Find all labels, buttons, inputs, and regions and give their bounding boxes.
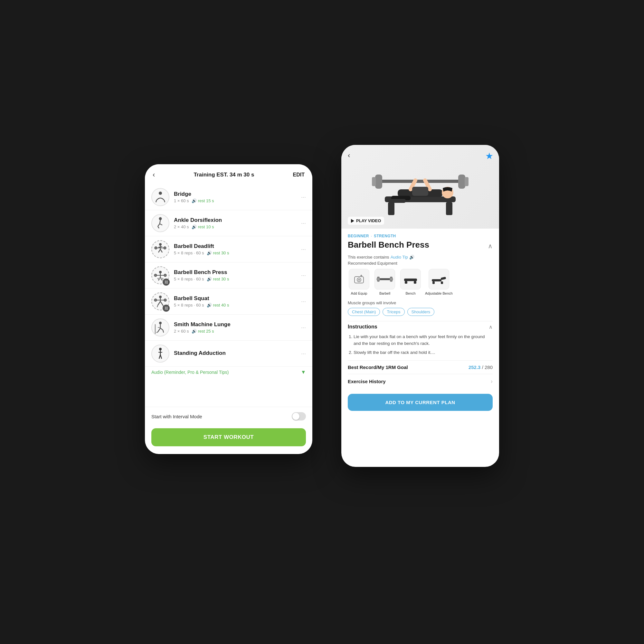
history-chevron-icon: › bbox=[491, 378, 493, 385]
start-workout-button[interactable]: START WORKOUT bbox=[151, 428, 306, 446]
exercise-detail-content: BEGINNER · STRENGTH Barbell Bench Press … bbox=[341, 229, 499, 467]
interval-label: Start with Interval Mode bbox=[151, 414, 202, 419]
exercise-tags: BEGINNER · STRENGTH bbox=[348, 234, 493, 238]
list-item[interactable]: Standing Adduction ··· bbox=[145, 341, 312, 367]
adj-bench-equipment-item[interactable]: Adjustable Bench bbox=[425, 269, 453, 295]
equip-label-barbell: Barbell bbox=[379, 291, 390, 295]
instruction-item-1: Lie with your back flat on a bench with … bbox=[354, 333, 493, 347]
list-item[interactable]: Smith Machine Lunge 2 × 60 s 🔊 rest 25 s… bbox=[145, 315, 312, 341]
svg-point-20 bbox=[164, 274, 166, 277]
toggle-knob bbox=[292, 413, 299, 420]
exercise-details: 5 × 8 reps · 60 s 🔊 rest 30 s bbox=[174, 251, 298, 255]
exercise-info: Standing Adduction bbox=[174, 350, 298, 357]
back-button[interactable]: ‹ bbox=[153, 171, 155, 179]
equip-label-add: Add Equip bbox=[351, 291, 367, 295]
adj-bench-icon bbox=[430, 273, 448, 285]
list-item[interactable]: Ankle Dorsiflexion 2 × 40 s 🔊 rest 10 s … bbox=[145, 210, 312, 236]
svg-rect-66 bbox=[379, 278, 391, 280]
phone1-header: ‹ Training EST. 34 m 30 s EDIT bbox=[145, 164, 312, 184]
add-equipment-icon-box bbox=[349, 269, 369, 289]
strength-tag: STRENGTH bbox=[374, 234, 396, 238]
svg-line-30 bbox=[160, 301, 163, 305]
phone1-training-plan: ‹ Training EST. 34 m 30 s EDIT bbox=[145, 164, 312, 454]
svg-point-70 bbox=[390, 278, 393, 281]
exercise-info: Barbell Bench Press 5 × 8 reps · 60 s 🔊 … bbox=[174, 269, 298, 281]
exercise-thumb bbox=[151, 214, 169, 232]
more-dots[interactable]: ··· bbox=[298, 194, 306, 201]
barbell-icon-box bbox=[374, 269, 395, 289]
svg-rect-75 bbox=[440, 277, 446, 280]
section-divider bbox=[348, 321, 493, 321]
adj-bench-icon-box bbox=[429, 269, 449, 289]
svg-line-35 bbox=[158, 328, 160, 332]
svg-rect-53 bbox=[465, 177, 469, 186]
more-dots[interactable]: ··· bbox=[298, 246, 306, 253]
list-item[interactable]: ⛓ Barbell Squat 5 × 8 reps · 60 s 🔊 rest… bbox=[145, 289, 312, 315]
play-video-button[interactable]: PLAY VIDEO bbox=[348, 217, 384, 225]
audio-tip-label: Audio Tip bbox=[391, 255, 408, 260]
exercise-thumb bbox=[151, 188, 169, 206]
svg-point-3 bbox=[159, 217, 162, 220]
favorite-star-icon[interactable]: ★ bbox=[485, 151, 493, 161]
bench-equipment-item[interactable]: Bench bbox=[399, 269, 422, 295]
muscle-tags: Chest (Main) Triceps Shoulders bbox=[348, 308, 493, 316]
svg-point-16 bbox=[159, 271, 162, 273]
ankle-icon bbox=[153, 216, 167, 230]
interval-toggle[interactable] bbox=[292, 412, 306, 421]
muscle-tag-chest[interactable]: Chest (Main) bbox=[348, 308, 380, 316]
audio-reminder-row[interactable]: Audio (Reminder, Pro & Personal Tips) ▼ bbox=[145, 367, 312, 379]
exercise-name: Standing Adduction bbox=[174, 350, 298, 356]
svg-line-31 bbox=[157, 305, 158, 307]
svg-line-45 bbox=[160, 355, 162, 359]
bench-press-illustration bbox=[365, 151, 475, 222]
rest-info: 🔊 rest 30 s bbox=[207, 251, 229, 255]
add-equipment-item[interactable]: Add Equip bbox=[348, 269, 370, 295]
svg-rect-73 bbox=[414, 281, 416, 284]
rest-info: 🔊 rest 10 s bbox=[192, 224, 214, 229]
exercise-details: 5 × 8 reps · 60 s 🔊 rest 40 s bbox=[174, 303, 298, 308]
exercise-history-row[interactable]: Exercise History › bbox=[348, 374, 493, 389]
exercise-thumb bbox=[151, 345, 169, 363]
recommended-label: Recommended Equipment bbox=[348, 261, 493, 266]
instructions-collapse-icon[interactable]: ∧ bbox=[489, 324, 493, 330]
add-to-plan-button[interactable]: ADD TO MY CURRENT PLAN bbox=[348, 394, 493, 411]
svg-line-38 bbox=[156, 332, 158, 333]
svg-line-36 bbox=[160, 328, 163, 330]
svg-point-14 bbox=[155, 247, 157, 249]
more-dots[interactable]: ··· bbox=[298, 324, 306, 331]
list-item[interactable]: Bridge 1 × 60 s 🔊 rest 15 s ··· bbox=[145, 184, 312, 210]
svg-line-4 bbox=[160, 220, 160, 224]
more-dots[interactable]: ··· bbox=[298, 298, 306, 305]
back-button-detail[interactable]: ‹ bbox=[348, 151, 350, 160]
more-dots[interactable]: ··· bbox=[298, 350, 306, 357]
svg-rect-72 bbox=[405, 281, 407, 284]
play-video-label: PLAY VIDEO bbox=[356, 218, 381, 223]
instruction-item-2: Slowly lift the bar off the rack and hol… bbox=[354, 349, 493, 356]
tag-separator: · bbox=[371, 234, 372, 238]
svg-rect-74 bbox=[432, 279, 441, 281]
svg-line-37 bbox=[163, 330, 164, 333]
more-dots[interactable]: ··· bbox=[298, 220, 306, 227]
svg-rect-48 bbox=[446, 202, 452, 215]
bench-icon-box bbox=[400, 269, 421, 289]
muscle-tag-triceps[interactable]: Triceps bbox=[383, 308, 404, 316]
exercise-details: 2 × 60 s 🔊 rest 25 s bbox=[174, 329, 298, 334]
svg-rect-57 bbox=[390, 199, 406, 203]
svg-line-11 bbox=[158, 249, 160, 252]
barbell-equipment-item[interactable]: Barbell bbox=[374, 269, 396, 295]
more-dots[interactable]: ··· bbox=[298, 272, 306, 279]
list-item[interactable]: Barbell Deadlift 5 × 8 reps · 60 s 🔊 res… bbox=[145, 236, 312, 262]
svg-rect-51 bbox=[372, 177, 376, 186]
audio-chevron-icon: ▼ bbox=[301, 369, 306, 375]
exercise-name: Bridge bbox=[174, 191, 298, 197]
svg-point-27 bbox=[154, 299, 157, 301]
camera-plus-icon bbox=[353, 273, 365, 285]
svg-point-65 bbox=[358, 279, 360, 280]
muscle-tag-shoulders[interactable]: Shoulders bbox=[407, 308, 435, 316]
deadlift-icon bbox=[153, 242, 167, 256]
edit-button[interactable]: EDIT bbox=[293, 172, 305, 178]
list-item[interactable]: ⛓ Barbell Bench Press 5 × 8 reps · 60 s … bbox=[145, 262, 312, 289]
muscle-section-label: Muscle groups will involve bbox=[348, 300, 493, 305]
svg-line-7 bbox=[160, 224, 162, 225]
collapse-icon[interactable]: ∧ bbox=[488, 242, 493, 250]
